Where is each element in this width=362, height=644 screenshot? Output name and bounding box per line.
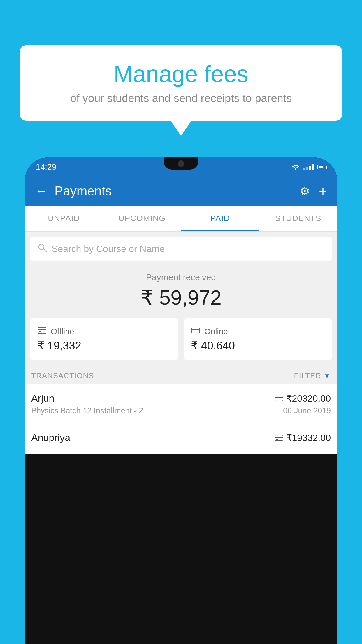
tab-paid[interactable]: PAID (181, 206, 259, 231)
search-placeholder: Search by Course or Name (52, 244, 165, 254)
speech-bubble-container: Manage fees of your students and send re… (20, 45, 342, 121)
add-button[interactable]: + (319, 183, 327, 199)
transaction-amount: ₹20320.00 (275, 393, 331, 404)
transaction-name: Arjun (31, 393, 54, 404)
transaction-top: Arjun ₹20320.00 (31, 393, 331, 404)
search-bar[interactable]: Search by Course or Name (30, 237, 332, 261)
transaction-amount: ₹19332.00 (275, 432, 331, 443)
filter-button[interactable]: FILTER ▼ (294, 371, 331, 380)
page-title: Payments (55, 184, 292, 198)
speech-bubble: Manage fees of your students and send re… (20, 45, 342, 121)
content-area: Search by Course or Name Payment receive… (25, 232, 337, 454)
transaction-name: Anupriya (31, 432, 70, 443)
transactions-header: TRANSACTIONS FILTER ▼ (25, 366, 337, 384)
svg-rect-6 (191, 328, 200, 333)
status-icons (291, 164, 326, 170)
back-button[interactable]: ← (35, 184, 47, 198)
offline-payment-icon (275, 434, 283, 441)
camera (178, 160, 184, 167)
transaction-course: Physics Batch 12 Installment - 2 (31, 406, 143, 415)
speech-bubble-subtitle: of your students and send receipts to pa… (37, 92, 325, 105)
tabs-bar: UNPAID UPCOMING PAID STUDENTS (25, 206, 337, 232)
online-payment-icon (275, 395, 283, 402)
offline-amount: ₹ 19,332 (37, 339, 171, 352)
online-label: Online (204, 327, 228, 336)
settings-button[interactable]: ⚙ (300, 184, 310, 198)
payment-total-amount: ₹ 59,972 (31, 286, 331, 310)
tab-students[interactable]: STUDENTS (259, 206, 337, 231)
transaction-date: 06 June 2019 (283, 406, 331, 415)
svg-rect-4 (38, 329, 46, 330)
svg-rect-12 (276, 439, 278, 440)
table-row[interactable]: Anupriya ₹19332.00 (25, 424, 337, 454)
speech-bubble-title: Manage fees (37, 61, 325, 87)
online-amount: ₹ 40,640 (191, 339, 325, 352)
header-actions: ⚙ + (300, 183, 327, 199)
app-header: ← Payments ⚙ + (25, 176, 337, 206)
offline-payment-card: Offline ₹ 19,332 (30, 318, 178, 360)
transaction-list: Arjun ₹20320.00 Physics Batch 12 Install… (25, 384, 337, 454)
filter-icon: ▼ (324, 372, 331, 380)
battery-icon (317, 165, 326, 169)
transaction-top: Anupriya ₹19332.00 (31, 432, 331, 443)
tab-unpaid[interactable]: UNPAID (25, 206, 103, 231)
svg-line-2 (43, 249, 46, 252)
wifi-icon (291, 164, 300, 170)
offline-icon (37, 327, 47, 336)
offline-card-header: Offline (37, 327, 171, 336)
table-row[interactable]: Arjun ₹20320.00 Physics Batch 12 Install… (25, 384, 337, 424)
transaction-bottom: Physics Batch 12 Installment - 2 06 June… (31, 406, 331, 415)
status-bar: 14:29 (25, 158, 337, 176)
svg-rect-5 (39, 331, 41, 332)
online-card-header: Online (191, 327, 325, 336)
transactions-label: TRANSACTIONS (31, 371, 94, 380)
offline-label: Offline (51, 327, 74, 336)
payment-received-section: Payment received ₹ 59,972 (25, 261, 337, 318)
online-payment-card: Online ₹ 40,640 (184, 318, 332, 360)
svg-rect-8 (275, 396, 283, 401)
online-icon (191, 327, 200, 336)
status-time: 14:29 (36, 162, 56, 172)
signal-icon (303, 164, 314, 170)
payment-label: Payment received (31, 272, 331, 282)
payment-cards: Offline ₹ 19,332 Online ₹ 40,640 (25, 318, 337, 366)
search-icon (37, 243, 47, 255)
phone-notch (164, 158, 198, 170)
phone-frame: 14:29 ← Pay (25, 158, 337, 644)
svg-rect-11 (275, 437, 283, 438)
tab-upcoming[interactable]: UPCOMING (103, 206, 181, 231)
svg-point-0 (295, 168, 296, 170)
